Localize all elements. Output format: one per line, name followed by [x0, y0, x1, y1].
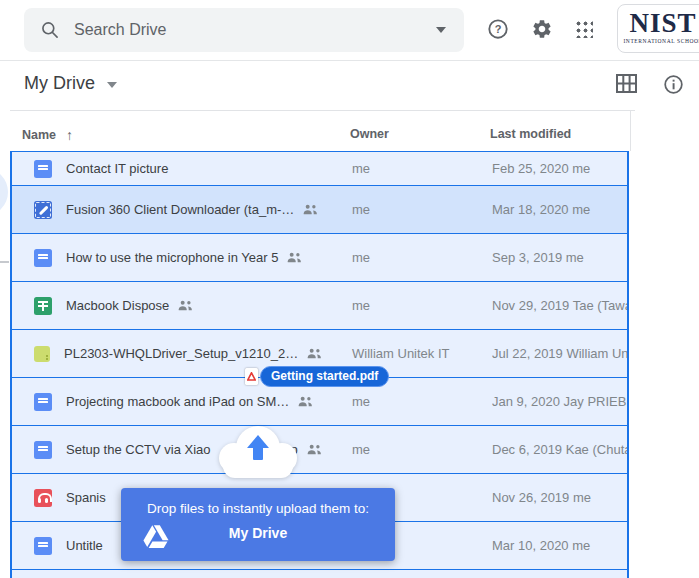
grid-view-icon — [616, 74, 637, 93]
file-row-how-to-use-microphone[interactable]: How to use the microphone in Year 5 me S… — [12, 233, 627, 281]
shared-people-icon — [307, 444, 322, 455]
help-icon: ? — [487, 18, 509, 40]
file-owner: me — [352, 250, 370, 265]
shared-people-icon — [307, 348, 322, 359]
column-header-name[interactable]: Name ↑ — [22, 127, 73, 143]
file-name: Macbook Dispose — [66, 298, 169, 313]
file-modified: Feb 25, 2020 me — [492, 161, 627, 176]
file-name: Untitle — [66, 538, 103, 553]
file-owner: me — [352, 161, 370, 176]
file-owner: me — [352, 394, 370, 409]
top-app-bar: ? NIST INTERNATIONAL SCHOOL — [0, 0, 699, 61]
search-icon — [40, 20, 60, 40]
file-modified: Sep 3, 2019 me — [492, 250, 627, 265]
search-options-caret-icon[interactable] — [436, 27, 446, 33]
logo-text: NIST — [618, 9, 699, 37]
file-row-macbook-dispose[interactable]: Macbook Dispose me Nov 29, 2019 Tae (Taw… — [12, 281, 627, 329]
name-header-label: Name — [22, 128, 56, 142]
grid-view-button[interactable] — [616, 74, 638, 94]
shared-people-icon — [178, 300, 193, 311]
file-name: Setup the CCTV via Xiao — [66, 442, 211, 457]
google-doc-icon — [34, 160, 52, 178]
audio-file-icon — [34, 489, 52, 507]
file-modified: Mar 18, 2020 me — [492, 202, 627, 217]
google-doc-icon — [34, 249, 52, 267]
settings-button[interactable] — [530, 17, 554, 41]
shared-people-icon — [303, 204, 318, 215]
file-name: Contact IT picture — [66, 161, 168, 176]
my-drive-title[interactable]: My Drive — [24, 73, 117, 94]
file-row-contact-it-picture[interactable]: Contact IT picture me Feb 25, 2020 me — [12, 151, 627, 185]
file-owner: me — [352, 442, 370, 457]
google-doc-icon — [34, 441, 52, 459]
file-modified: Nov 26, 2019 me — [492, 490, 627, 505]
file-modified: Jul 22, 2019 William Un — [492, 346, 627, 361]
search-input[interactable] — [74, 21, 436, 39]
google-drive-icon — [143, 525, 169, 548]
pdf-file-icon — [245, 368, 258, 385]
apps-launcher-button[interactable] — [572, 17, 596, 41]
file-name: PL2303-WHQLDriver_Setup_v1210_2… — [64, 346, 298, 361]
file-owner: me — [352, 298, 370, 313]
search-bar[interactable] — [24, 8, 464, 52]
account-logo[interactable]: NIST INTERNATIONAL SCHOOL — [617, 4, 699, 53]
help-button[interactable]: ? — [486, 17, 510, 41]
file-owner: me — [352, 202, 370, 217]
drop-upload-tooltip: Drop files to instantly upload them to: … — [121, 488, 395, 561]
file-row-fusion-360-downloader[interactable]: Fusion 360 Client Downloader (ta_m-… me … — [12, 185, 627, 233]
column-header-last-modified: Last modified — [490, 127, 571, 141]
sort-ascending-icon: ↑ — [66, 127, 73, 143]
dragged-file-chip[interactable]: Getting started.pdf — [245, 366, 389, 387]
file-row-partial[interactable] — [12, 569, 627, 578]
drop-tooltip-text: Drop files to instantly upload them to: — [121, 501, 395, 516]
page-title: My Drive — [24, 73, 95, 94]
details-button[interactable] — [663, 74, 685, 94]
svg-text:?: ? — [495, 23, 502, 35]
file-modified: Nov 29, 2019 Tae (Tawa — [492, 298, 627, 313]
archive-file-icon — [34, 346, 50, 362]
toolbar-divider — [10, 110, 635, 111]
file-modified: Dec 6, 2019 Kae (Chuta — [492, 442, 627, 457]
file-owner: William Unitek IT — [352, 346, 450, 361]
column-divider — [630, 110, 631, 151]
file-name: Projecting macbook and iPad on SM… — [66, 394, 289, 409]
shared-people-icon — [298, 396, 313, 407]
cropped-sidebar-element — [0, 168, 8, 216]
app-file-icon — [34, 201, 52, 219]
cropped-sidebar-divider — [0, 261, 9, 263]
google-doc-icon — [34, 537, 52, 555]
file-name: How to use the microphone in Year 5 — [66, 250, 278, 265]
google-sheet-icon — [34, 297, 52, 315]
file-row-setup-cctv[interactable]: Setup the CCTV via Xiao p me Dec 6, 2019… — [12, 425, 627, 473]
info-icon — [663, 74, 684, 95]
file-name: Fusion 360 Client Downloader (ta_m-… — [66, 202, 294, 217]
shared-people-icon — [287, 252, 302, 263]
logo-subtext: INTERNATIONAL SCHOOL — [618, 38, 699, 44]
file-modified: Jan 9, 2020 Jay PRIEBE — [492, 394, 627, 409]
column-header-owner: Owner — [350, 127, 389, 141]
dragged-file-label: Getting started.pdf — [260, 366, 389, 387]
file-name: Spanis — [66, 490, 106, 505]
file-table-header: Name ↑ Owner Last modified — [10, 118, 629, 151]
gear-icon — [531, 18, 553, 40]
chevron-down-icon — [107, 82, 117, 88]
google-doc-icon — [34, 393, 52, 411]
apps-grid-icon — [575, 20, 593, 38]
upload-cloud-icon — [219, 426, 297, 478]
drive-page: { "topbar": { "search": { "placeholder":… — [0, 0, 699, 578]
file-modified: Mar 10, 2020 me — [492, 538, 627, 553]
